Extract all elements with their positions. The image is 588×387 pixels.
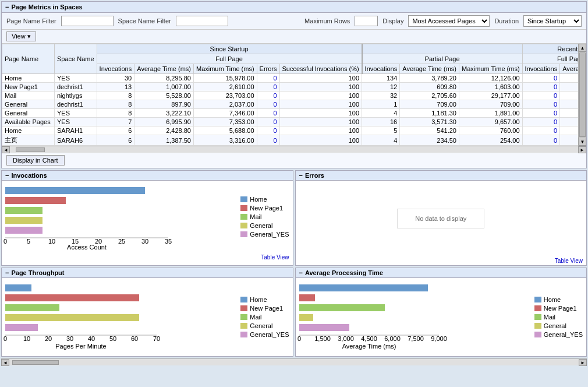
th-succ: Successful Invocations (%) [279,64,362,74]
svg-rect-2 [5,207,42,214]
svg-rect-17 [5,304,59,311]
svg-text:70: 70 [153,335,160,342]
space-name-filter-label: Space Name Filter [118,17,171,24]
table-row: 主页SARAH661,387.503,316.0001004234.50254.… [2,135,587,146]
table-row: HomeSARAH162,428.805,688.0001005541.2076… [2,126,587,135]
svg-text:0: 0 [3,238,7,245]
svg-text:20: 20 [45,335,52,342]
avg-time-collapse[interactable]: − [299,269,303,276]
svg-rect-1 [5,197,66,204]
display-select[interactable]: Most Accessed Pages [408,15,490,27]
svg-text:4,500: 4,500 [361,335,377,342]
svg-rect-16 [5,294,139,301]
svg-text:Access Count: Access Count [67,244,107,251]
svg-text:40: 40 [88,335,95,342]
throughput-title: Page Throughput [11,269,64,276]
partial-page-label: Partial Page [362,54,522,64]
svg-rect-31 [299,294,315,301]
table-row: GeneralYES83,222.107,346.00010041,181.30… [2,109,587,118]
errors-title: Errors [305,172,324,179]
throughput-chart: 0 10 20 30 40 50 60 70 Pages Per Minute [5,282,180,351]
svg-text:25: 25 [118,238,125,245]
max-rows-input[interactable] [355,16,378,26]
svg-rect-34 [299,324,349,331]
scroll-thumb[interactable] [579,52,586,137]
duration-label: Duration [494,17,519,24]
svg-rect-32 [299,304,385,311]
svg-rect-33 [299,314,313,321]
bottom-scroll-thumb[interactable] [12,360,59,365]
collapse-button[interactable]: − [5,3,9,10]
h-scroll-left[interactable]: ◄ [2,146,10,153]
h-scroll-right[interactable]: ► [578,146,586,153]
svg-text:7,500: 7,500 [408,335,424,342]
svg-text:30: 30 [141,238,148,245]
page-name-filter-input[interactable] [61,16,114,26]
display-chart-button[interactable]: Display in Chart [6,155,65,166]
errors-table-view[interactable]: Table View [296,256,587,265]
svg-rect-30 [299,284,428,291]
view-button[interactable]: View ▾ [6,31,36,41]
scroll-up-btn[interactable]: ▲ [579,44,586,52]
bottom-scroll-left[interactable]: ◄ [1,359,9,366]
table-row: HomeYES308,295.8015,978.0001001343,789.2… [2,74,587,83]
errors-collapse[interactable]: − [299,172,303,179]
max-rows-label: Maximum Rows [304,17,350,24]
svg-text:9,000: 9,000 [431,335,447,342]
th-r-inv: Invocations [522,64,560,74]
svg-rect-3 [5,217,42,224]
invocations-legend: Home New Page1 Mail General General_YES [240,184,289,249]
avg-processing-chart: 0 1,500 3,000 4,500 6,000 7,500 9,000 Av… [299,282,474,351]
svg-text:Pages Per Minute: Pages Per Minute [55,343,106,350]
svg-text:35: 35 [165,238,172,245]
panel-title: Page Metrics in Spaces [11,3,82,10]
page-name-filter-label: Page Name Filter [6,17,56,24]
table-row: Generaldechrist18897.902,037.0001001709.… [2,100,587,109]
th-p-avg: Average Time (ms) [400,64,459,74]
svg-text:50: 50 [109,335,116,342]
recent-header: Recent H [522,44,586,54]
avg-time-legend: Home New Page1 Mail General General_YES [534,282,583,353]
bottom-scroll-right[interactable]: ► [579,359,587,366]
th-avg-time: Average Time (ms) [134,64,194,74]
svg-text:0: 0 [3,335,7,342]
invocations-table-view[interactable]: Table View [2,253,293,262]
th-errors: Errors [257,64,279,74]
space-name-filter-input[interactable] [176,16,228,26]
svg-text:Average Time (ms): Average Time (ms) [342,343,396,350]
svg-text:0: 0 [297,335,300,342]
svg-rect-0 [5,187,145,194]
svg-text:30: 30 [66,335,73,342]
throughput-legend: Home New Page1 Mail General General_YES [240,282,289,353]
table-row: Mailnightlygs85,528.0023,703.000100322,7… [2,92,587,100]
th-p-invocations: Invocations [362,64,400,74]
th-p-max: Maximum Time (ms) [459,64,522,74]
throughput-collapse[interactable]: − [5,269,9,276]
svg-rect-4 [5,227,42,234]
th-invocations: Invocations [97,64,134,74]
svg-text:10: 10 [48,238,55,245]
avg-time-title: Average Processing Time [305,269,383,276]
svg-rect-19 [5,324,38,331]
h-scroll-thumb[interactable] [16,147,45,152]
invocations-chart: 0 5 10 15 20 25 30 35 Access Count [5,184,180,248]
full-page-label-2: Full Page [522,54,586,64]
full-page-header-1 [362,44,522,54]
col-page-name: Page Name [2,44,55,74]
svg-text:3,000: 3,000 [338,335,354,342]
duration-select[interactable]: Since Startup [523,15,582,27]
svg-text:5: 5 [27,238,30,245]
svg-text:1,500: 1,500 [314,335,331,342]
no-data-message: No data to display [397,209,484,228]
col-space-name: Space Name [55,44,97,74]
full-page-label: Full Page [97,54,362,64]
svg-text:60: 60 [131,335,138,342]
svg-text:10: 10 [23,335,30,342]
since-startup-header: Since Startup [97,44,362,54]
invocations-title: Invocations [11,172,47,179]
display-label: Display [382,17,403,24]
th-max-time: Maximum Time (ms) [193,64,257,74]
scroll-down-btn[interactable]: ▼ [579,138,586,146]
table-row: New Page1dechrist1131,007.002,610.000100… [2,83,587,92]
invocations-collapse[interactable]: − [5,172,9,179]
